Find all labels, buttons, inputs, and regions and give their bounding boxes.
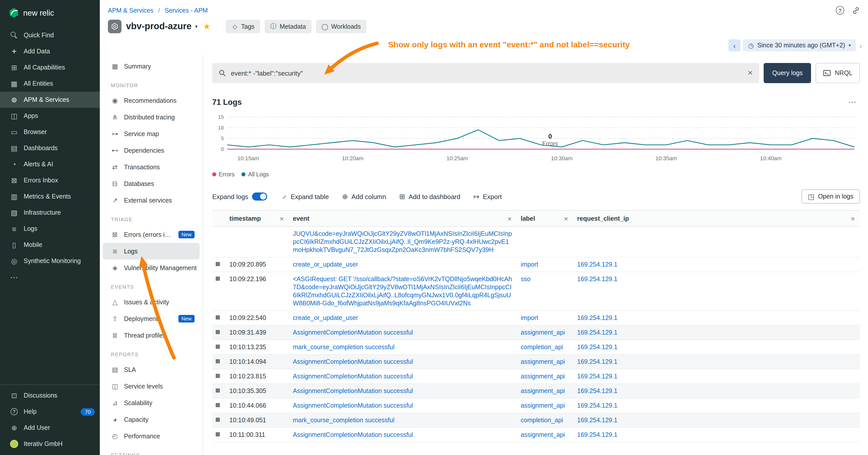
log-ip-link[interactable]: 169.254.129.1 bbox=[577, 344, 618, 351]
log-label-link[interactable]: assignment_api bbox=[521, 358, 565, 365]
remove-column-icon[interactable]: × bbox=[564, 215, 568, 223]
log-query-input[interactable]: event:* -"label":"security" × bbox=[212, 63, 760, 83]
add-to-dashboard-button[interactable]: ⊞ Add to dashboard bbox=[399, 193, 461, 200]
log-row[interactable]: 10:09:22.196 <ASGIRequest: GET '/sso/cal… bbox=[212, 272, 860, 311]
log-label-link[interactable]: assignment_api bbox=[521, 373, 565, 380]
global-nav-item[interactable]: All Capabilities bbox=[0, 60, 100, 75]
open-in-logs-button[interactable]: ◳ Open in logs bbox=[801, 190, 860, 203]
legend-item[interactable]: Errors bbox=[212, 171, 235, 177]
log-ip-link[interactable]: 169.254.129.1 bbox=[577, 431, 618, 438]
global-nav-item[interactable]: Errors Inbox bbox=[0, 172, 100, 189]
log-label-link[interactable]: assignment_api bbox=[521, 431, 565, 438]
entity-nav-item[interactable]: Databases bbox=[100, 175, 203, 192]
entity-nav-item[interactable]: Recommendations bbox=[100, 92, 203, 109]
global-nav-item[interactable]: Dashboards bbox=[0, 140, 100, 156]
log-row[interactable]: 10:11:00.311 AssignmentCompletionMutatio… bbox=[212, 428, 860, 443]
time-back-button[interactable]: ‹ bbox=[728, 39, 741, 52]
log-ip-link[interactable]: 169.254.129.1 bbox=[577, 358, 618, 365]
entity-nav-item[interactable]: Summary bbox=[100, 58, 203, 74]
entity-nav-item[interactable]: Scalability bbox=[100, 394, 203, 411]
log-event-link[interactable]: AssignmentCompletionMutation successful bbox=[293, 402, 413, 409]
log-label-link[interactable]: assignment_api bbox=[521, 329, 565, 336]
remove-column-icon[interactable]: × bbox=[507, 215, 512, 223]
global-nav-item[interactable]: APM & Services bbox=[0, 92, 100, 108]
favorite-star-icon[interactable]: ★ bbox=[203, 22, 211, 31]
entity-nav-item[interactable]: Performance bbox=[100, 428, 203, 445]
log-row[interactable]: 10:10:35.305 AssignmentCompletionMutatio… bbox=[212, 384, 860, 398]
entity-nav-item[interactable]: Capacity bbox=[100, 411, 203, 428]
column-header-event[interactable]: event × bbox=[289, 210, 517, 226]
log-row[interactable]: 10:10:14.094 AssignmentCompletionMutatio… bbox=[212, 355, 860, 369]
log-label-link[interactable]: completion_api bbox=[521, 417, 563, 424]
entity-nav-item[interactable]: Thread profiler bbox=[100, 327, 203, 344]
global-nav-item[interactable]: Add Data bbox=[0, 43, 100, 60]
chevron-down-icon[interactable]: ▾ bbox=[195, 24, 197, 29]
column-header-label[interactable]: label × bbox=[517, 210, 573, 226]
column-header-timestamp[interactable]: timestamp × bbox=[225, 210, 289, 226]
log-row[interactable]: 10:10:49.051 mark_course_completion succ… bbox=[212, 413, 860, 428]
entity-nav-item[interactable]: SLA bbox=[100, 361, 203, 378]
global-nav-item[interactable]: Infrastructure bbox=[0, 204, 100, 221]
entity-nav-item[interactable]: Service map bbox=[100, 126, 203, 142]
entity-nav-item[interactable]: Vulnerability Management bbox=[100, 260, 203, 276]
log-ip-link[interactable]: 169.254.129.1 bbox=[577, 315, 618, 322]
log-row[interactable]: 10:10:13.235 mark_course_completion succ… bbox=[212, 340, 860, 355]
log-event-link[interactable]: mark_course_completion successful bbox=[293, 344, 395, 351]
breadcrumb-link-services-apm[interactable]: Services - APM bbox=[165, 7, 208, 14]
add-column-button[interactable]: ⊕ Add column bbox=[342, 193, 386, 200]
log-event-link[interactable]: <ASGIRequest: GET '/sso/callback/?state=… bbox=[293, 275, 512, 307]
entity-nav-item[interactable]: Dependencies bbox=[100, 142, 203, 159]
log-event-link[interactable]: AssignmentCompletionMutation successful bbox=[293, 388, 413, 394]
log-ip-link[interactable]: 169.254.129.1 bbox=[577, 329, 618, 336]
entity-action-button[interactable]: Tags bbox=[226, 20, 260, 33]
log-ip-link[interactable]: 169.254.129.1 bbox=[577, 261, 618, 268]
log-row[interactable]: 10:09:20.895 create_or_update_user impor… bbox=[212, 258, 860, 272]
entity-nav-item[interactable]: Transactions bbox=[100, 159, 203, 175]
remove-column-icon[interactable]: × bbox=[851, 215, 855, 223]
logs-timeline-chart[interactable]: 05101510:15am10:20am10:25am10:30am10:35a… bbox=[212, 113, 860, 164]
log-event-link[interactable]: AssignmentCompletionMutation successful bbox=[293, 373, 413, 380]
log-event-link[interactable]: AssignmentCompletionMutation successful bbox=[293, 431, 413, 438]
help-icon[interactable]: ? bbox=[836, 6, 844, 14]
log-row[interactable]: 10:10:44.066 AssignmentCompletionMutatio… bbox=[212, 398, 860, 413]
nrql-button[interactable]: NRQL bbox=[816, 63, 860, 83]
log-ip-link[interactable]: 169.254.129.1 bbox=[577, 275, 618, 283]
breadcrumb-link-apm-services[interactable]: APM & Services bbox=[108, 7, 154, 14]
log-row[interactable]: JUQVU&code=eyJraWQiOiJjcGltY29yZV8wOTl1M… bbox=[212, 227, 860, 258]
log-label-link[interactable]: import bbox=[521, 315, 538, 322]
global-nav-item[interactable]: Synthetic Monitoring bbox=[0, 253, 100, 269]
global-nav-item[interactable]: Logs bbox=[0, 221, 100, 237]
remove-column-icon[interactable]: × bbox=[280, 215, 284, 223]
entity-nav-item[interactable]: Distributed tracing bbox=[100, 109, 203, 126]
entity-nav-item[interactable]: Logs bbox=[103, 243, 199, 260]
log-label-link[interactable]: assignment_api bbox=[521, 388, 565, 394]
global-nav-footer-item[interactable]: Discussions bbox=[0, 388, 100, 403]
time-forward-button[interactable]: › bbox=[860, 41, 862, 50]
legend-item[interactable]: All Logs bbox=[242, 171, 269, 177]
global-nav-item[interactable] bbox=[0, 269, 100, 285]
log-row[interactable]: 10:10:23.815 AssignmentCompletionMutatio… bbox=[212, 369, 860, 384]
more-options-icon[interactable]: ⋯ bbox=[848, 97, 857, 107]
log-label-link[interactable]: sso bbox=[521, 275, 530, 283]
log-event-link[interactable]: JUQVU&code=eyJraWQiOiJjcGltY29yZV8wOTl1M… bbox=[293, 230, 512, 254]
expand-table-button[interactable]: ⇔ Expand table bbox=[280, 193, 329, 200]
global-nav-footer-item[interactable]: Add User bbox=[0, 420, 100, 436]
log-event-link[interactable]: mark_course_completion successful bbox=[293, 417, 395, 424]
global-nav-item[interactable]: Mobile bbox=[0, 237, 100, 253]
global-nav-item[interactable]: Apps bbox=[0, 108, 100, 124]
entity-action-button[interactable]: Metadata bbox=[265, 20, 311, 33]
entity-action-button[interactable]: Workloads bbox=[316, 20, 367, 33]
log-ip-link[interactable]: 169.254.129.1 bbox=[577, 417, 618, 424]
log-event-link[interactable]: create_or_update_user bbox=[293, 315, 358, 322]
log-label-link[interactable]: import bbox=[521, 261, 538, 268]
global-nav-footer-item[interactable]: Help 70 bbox=[0, 403, 100, 420]
entity-nav-item[interactable]: Errors (errors inb... New bbox=[100, 226, 203, 243]
export-button[interactable]: ↦ Export bbox=[473, 193, 502, 200]
entity-nav-item[interactable]: Issues & activity bbox=[100, 294, 203, 311]
query-logs-button[interactable]: Query logs bbox=[764, 63, 811, 83]
global-nav-footer-item[interactable]: Iterativ GmbH bbox=[0, 436, 100, 452]
global-nav-item[interactable]: Browser bbox=[0, 124, 100, 140]
log-event-link[interactable]: create_or_update_user bbox=[293, 261, 358, 268]
new-relic-logo[interactable]: new relic bbox=[0, 0, 100, 23]
entity-nav-item[interactable]: External services bbox=[100, 192, 203, 208]
